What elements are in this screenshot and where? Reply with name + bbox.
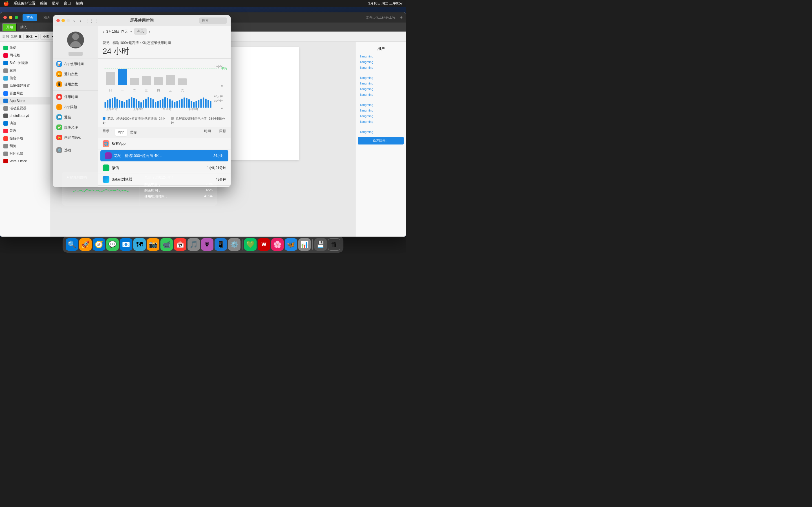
svg-rect-37: [143, 100, 144, 108]
dock-icon-hanami[interactable]: 🌸: [271, 238, 284, 251]
wps-add-tab[interactable]: +: [400, 15, 403, 20]
st-menu-icon-options: ⚙️: [56, 147, 62, 153]
st-forward-button[interactable]: ›: [78, 17, 83, 24]
st-next-date-button[interactable]: ›: [149, 29, 150, 34]
sidebar-item-wechat[interactable]: 微信: [0, 44, 50, 52]
svg-rect-44: [160, 100, 161, 108]
sidebar-item-tonghuashun[interactable]: 同花顺: [0, 52, 50, 59]
desktop: 首页 稿壳 工作 文件...化工码头工程 + 开始 插入 剪切 复制 B 宋体 …: [0, 7, 406, 237]
right-user-8[interactable]: liangming: [358, 102, 404, 108]
dock-icon-calendar[interactable]: 📅: [174, 238, 186, 251]
right-panel-title: 用户: [358, 44, 404, 54]
st-menu-communication[interactable]: 💬 通信: [53, 112, 98, 122]
sidebar-item-music[interactable]: 音乐: [0, 127, 50, 135]
close-button[interactable]: [3, 16, 7, 19]
dock-icon-wechat[interactable]: 💚: [244, 238, 257, 251]
sidebar-item-timemachine[interactable]: 时间机器: [0, 150, 50, 158]
st-menu-notifications[interactable]: 🔔 通知次数: [53, 69, 98, 79]
sidebar-item-prefs[interactable]: 系统偏好设置: [0, 82, 50, 90]
dock-icon-messages[interactable]: 💬: [106, 238, 119, 251]
right-user-12[interactable]: liangming: [358, 129, 404, 135]
st-menu-pickups[interactable]: 📱 使用次数: [53, 79, 98, 89]
sidebar-item-baidudisk[interactable]: 百度网盘: [0, 90, 50, 97]
right-user-2[interactable]: liangming: [358, 59, 404, 65]
st-all-apps-row[interactable]: 🌐 所有App: [98, 138, 231, 150]
st-maximize-button[interactable]: [66, 19, 70, 22]
right-user-4[interactable]: liangming: [358, 75, 404, 80]
st-menu-options[interactable]: ⚙️ 选项: [53, 145, 98, 155]
st-back-button[interactable]: ‹: [71, 17, 77, 24]
st-menu-applimits[interactable]: ⏱ App限额: [53, 102, 98, 112]
right-user-10[interactable]: liangming: [358, 113, 404, 119]
st-search-input[interactable]: [199, 17, 227, 24]
st-menu-always-allowed[interactable]: ✅ 始终允许: [53, 122, 98, 132]
minimize-button[interactable]: [9, 16, 12, 19]
menu-item-window[interactable]: 窗口: [64, 1, 71, 6]
st-tab-category[interactable]: 类别: [127, 129, 140, 136]
sidebar-item-activitymonitor[interactable]: 活动监视器: [0, 105, 50, 112]
st-menu-content-privacy[interactable]: 🔒 内容与隐私: [53, 132, 98, 143]
menu-item-preferences[interactable]: 系统偏好设置: [13, 1, 36, 6]
right-user-11[interactable]: liangming: [358, 119, 404, 124]
sidebar-item-safari[interactable]: Safari浏览器: [0, 59, 50, 67]
tab-home[interactable]: 首页: [22, 14, 37, 21]
dock-icon-trash[interactable]: 🗑: [328, 238, 340, 251]
st-menu-downtime[interactable]: ⏰ 停用时间: [53, 92, 98, 102]
dock-icon-photos[interactable]: 📸: [147, 238, 159, 251]
st-menu-app-usage[interactable]: 📊 App使用时间: [53, 59, 98, 69]
st-date-dropdown-icon[interactable]: ▾: [130, 30, 132, 34]
st-minimize-button[interactable]: [61, 19, 65, 22]
dock-icon-podcasts[interactable]: 🎙: [201, 238, 213, 251]
svg-rect-57: [191, 101, 192, 108]
st-close-button[interactable]: [56, 19, 60, 22]
right-user-6[interactable]: liangming: [358, 86, 404, 92]
dock-icon-music2[interactable]: 🎵: [188, 238, 200, 251]
format-painter[interactable]: B: [19, 35, 22, 39]
st-grid-button[interactable]: ⋮⋮⋮: [85, 18, 98, 23]
sidebar-item-photolibraryd[interactable]: photolibraryd: [0, 112, 50, 119]
tab-draft[interactable]: 稿壳: [40, 14, 54, 21]
st-today-button[interactable]: 今天: [134, 28, 147, 35]
dock-icon-appstore[interactable]: 📱: [214, 238, 227, 251]
menu-item-help[interactable]: 帮助: [75, 1, 83, 6]
battery-remaining-pct: 剩余电量： 78%: [144, 182, 213, 187]
start-button[interactable]: 开始: [2, 23, 17, 31]
dock-icon-kuaiyong[interactable]: 🦋: [285, 238, 297, 251]
dock-icon-maps[interactable]: 🗺: [133, 238, 146, 251]
dock-icon-wps[interactable]: W: [258, 238, 270, 251]
dock-icon-safari[interactable]: 🧭: [93, 238, 105, 251]
sidebar-item-spotlight[interactable]: 聚焦: [0, 67, 50, 74]
dock-icon-disk[interactable]: 💾: [314, 238, 327, 251]
maximize-button[interactable]: [15, 16, 18, 19]
cut-btn[interactable]: 剪切: [2, 34, 9, 39]
st-prev-date-button[interactable]: ‹: [103, 29, 104, 34]
sidebar-item-finder[interactable]: 访达: [0, 119, 50, 127]
right-user-9[interactable]: liangming: [358, 108, 404, 113]
st-tab-app[interactable]: App: [115, 129, 127, 136]
menu-item-display[interactable]: 显示: [52, 1, 59, 6]
dock-icon-facetime[interactable]: 📹: [160, 238, 173, 251]
right-user-1[interactable]: liangming: [358, 54, 404, 59]
dock-icon-launchpad[interactable]: 🚀: [79, 238, 92, 251]
sidebar-item-preview[interactable]: 预览: [0, 142, 50, 150]
font-family-select[interactable]: 宋体: [23, 34, 39, 40]
st-app-time-hanami: 24小时: [196, 154, 224, 158]
copy-btn[interactable]: 复制: [11, 34, 17, 39]
menu-item-edit[interactable]: 编辑: [40, 1, 47, 6]
insert-button[interactable]: 插入: [18, 24, 29, 31]
right-user-7[interactable]: liangming: [358, 92, 404, 98]
svg-rect-49: [171, 101, 173, 108]
svg-rect-48: [169, 100, 170, 108]
sidebar-item-appstore[interactable]: App Store: [0, 97, 50, 105]
dock-icon-mail[interactable]: 📧: [120, 238, 132, 251]
apple-menu-icon[interactable]: 🍎: [3, 1, 9, 6]
dock-icon-finder[interactable]: 🔍: [66, 238, 78, 251]
sidebar-item-reminders[interactable]: 提醒事项: [0, 135, 50, 142]
st-app-row-hanami[interactable]: 花见 - 精选1000+超高清 4K... 24小时: [100, 150, 229, 162]
right-user-5[interactable]: liangming: [358, 80, 404, 86]
sidebar-item-messages[interactable]: 信息: [0, 74, 50, 82]
sidebar-item-wps[interactable]: WPS Office: [0, 158, 50, 165]
dock-icon-activity[interactable]: 📊: [298, 238, 311, 251]
right-user-3[interactable]: liangming: [358, 65, 404, 70]
dock-icon-preferences[interactable]: ⚙️: [228, 238, 241, 251]
